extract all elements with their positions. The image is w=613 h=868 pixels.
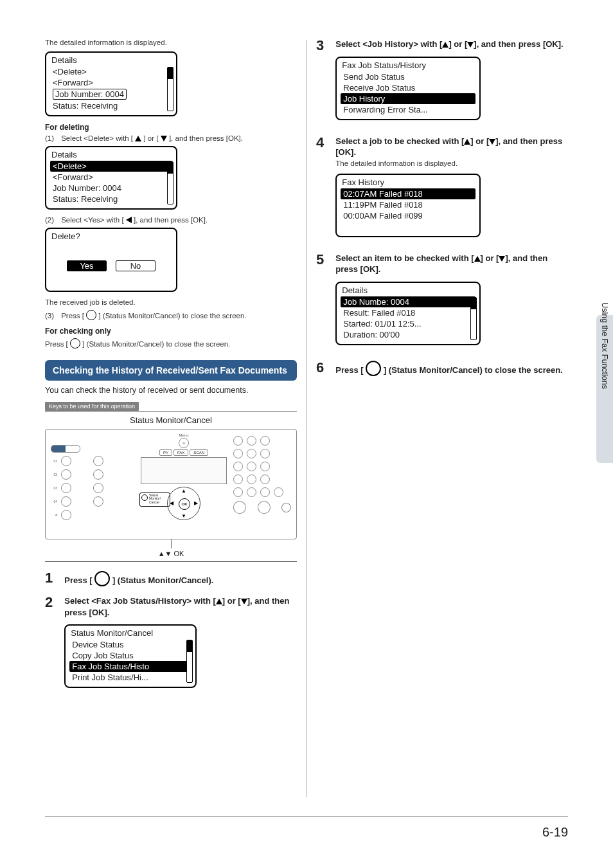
ok-key: OK	[179, 498, 190, 510]
nav-left: ◀	[170, 500, 173, 506]
panel-key	[61, 496, 71, 507]
chapter-tab-label: Using the Fax Functions	[600, 302, 609, 389]
step-number: 2	[45, 595, 53, 610]
step-1: 1 Press [ ] (Status Monitor/Cancel).	[45, 571, 297, 586]
nav-down: ▼	[181, 513, 186, 519]
panel-key	[233, 475, 243, 484]
panel-key	[93, 469, 103, 480]
for-deleting-heading: For deleting	[45, 123, 297, 132]
lcd-status-monitor: Status Monitor/Cancel Device Status Copy…	[64, 624, 197, 688]
chapter-tab: Using the Fax Functions	[596, 315, 613, 463]
lcd-row: Print Job Status/Hi...	[69, 672, 191, 683]
down-arrow-icon	[467, 42, 474, 48]
lcd-scrollbar	[167, 67, 173, 111]
panel-key	[247, 436, 256, 446]
section-banner: Checking the History of Received/Sent Fa…	[45, 360, 297, 381]
confirm-no: No	[116, 260, 155, 271]
panel-key	[233, 462, 243, 471]
lcd-fax-job-status: Fax Job Status/History Send Job Status R…	[335, 57, 481, 120]
lcd-row: <Forward>	[50, 172, 172, 183]
panel-key	[61, 510, 71, 520]
column-divider	[306, 40, 307, 797]
stop-key	[281, 503, 291, 512]
divider-line	[45, 411, 297, 411]
down-arrow-icon	[241, 599, 247, 604]
panel-key	[233, 436, 243, 446]
lcd-details-1: Details <Delete> <Forward> Job Number: 0…	[45, 51, 177, 116]
step-number: 3	[316, 39, 324, 53]
panel-key	[260, 436, 270, 446]
down-arrow-icon	[499, 256, 505, 262]
delete-result: The received job is deleted.	[45, 298, 297, 306]
substep-number: (3)	[45, 312, 59, 320]
panel-key	[61, 483, 71, 493]
up-arrow-icon	[464, 139, 470, 145]
page-number: 6-19	[542, 825, 568, 840]
lcd-row: Status: Receiving	[50, 194, 172, 204]
start-color-key	[254, 498, 272, 516]
lcd-row: Copy Job Status	[69, 650, 191, 661]
footer-rule	[45, 816, 568, 817]
step-number: 4	[316, 136, 324, 150]
lcd-row: Device Status	[69, 639, 191, 650]
intro-text: The detailed information is displayed.	[45, 39, 297, 46]
panel-key	[61, 469, 71, 480]
panel-key	[260, 487, 270, 497]
panel-key	[260, 475, 270, 484]
lcd-row: 00:00AM Failed #099	[341, 210, 475, 221]
menu-key: ⊛	[179, 438, 189, 448]
lcd-details-3: Details Job Numbe: 0004 Result: Failed #…	[335, 282, 481, 345]
start-bw-key	[231, 498, 249, 516]
step-3: 3 Select <Job History> with [] or [], an…	[316, 39, 568, 127]
status-monitor-icon	[70, 338, 80, 348]
lcd-row: Send Job Status	[341, 71, 475, 82]
panel-key	[93, 496, 103, 507]
panel-title: Status Monitor/Cancel	[45, 415, 297, 425]
step-number: 6	[316, 361, 324, 375]
nav-wheel: OK ▲ ▼ ◀ ▶	[167, 487, 200, 520]
step-4-note: The detailed information is displayed.	[335, 159, 568, 167]
panel-key	[274, 487, 283, 497]
lcd-row: Forwarding Error Sta...	[341, 104, 475, 115]
up-arrow-icon	[135, 136, 141, 141]
panel-right	[233, 436, 291, 514]
substep-2: (2) Select <Yes> with [ ], and then pres…	[45, 216, 297, 224]
panel-key	[247, 487, 256, 497]
step-number: 1	[45, 571, 53, 585]
panel-key	[93, 483, 103, 493]
status-monitor-icon	[94, 571, 110, 586]
for-checking-heading: For checking only	[45, 327, 297, 336]
control-panel-diagram: 01 02 03 04 # Menu ⊛ PY FAX SCAN Status …	[45, 429, 297, 539]
panel-left-keypad: 01 02 03 04 #	[51, 445, 125, 523]
lcd-row: Job Number: 0004	[50, 88, 172, 100]
substep-1: (1) Select <Delete> with [ ] or [ ], and…	[45, 134, 297, 142]
confirm-yes: Yes	[67, 260, 107, 271]
lcd-row: Status: Receiving	[50, 100, 172, 111]
lcd-row: Duration: 00'00	[341, 329, 475, 340]
panel-key	[93, 456, 103, 466]
step-5: 5 Select an item to be checked with [] o…	[316, 253, 568, 352]
lcd-row: <Forward>	[50, 77, 172, 88]
panel-key	[260, 462, 270, 471]
checking-line: Press [ ] (Status Monitor/Cancel) to clo…	[45, 338, 297, 348]
panel-key	[61, 456, 71, 466]
substep-3: (3) Press [ ] (Status Monitor/Cancel) to…	[45, 310, 297, 320]
step-2: 2 Select <Fax Job Status/History> with […	[45, 595, 297, 694]
panel-key	[247, 449, 256, 458]
lcd-row: Result: Failed #018	[341, 307, 475, 318]
lcd-row: <Delete>	[50, 66, 172, 77]
panel-caption: ▲▼ OK	[45, 550, 297, 557]
status-monitor-icon	[86, 310, 96, 320]
substep-number: (2)	[45, 216, 59, 224]
lcd-title: Details	[341, 285, 475, 296]
lcd-title: Details	[50, 150, 172, 161]
panel-tab: FAX	[173, 449, 188, 456]
lcd-row-selected: 02:07AM Failed #018	[341, 188, 475, 199]
step-6: 6 Press [ ] (Status Monitor/Cancel) to c…	[316, 361, 568, 376]
lcd-confirm: Delete? Yes No	[45, 228, 177, 292]
down-arrow-icon	[489, 139, 495, 145]
lcd-title: Delete?	[50, 231, 172, 242]
up-arrow-icon	[216, 599, 222, 604]
substep-number: (1)	[45, 134, 59, 142]
lcd-boxed-row: Job Number: 0004	[53, 89, 127, 100]
